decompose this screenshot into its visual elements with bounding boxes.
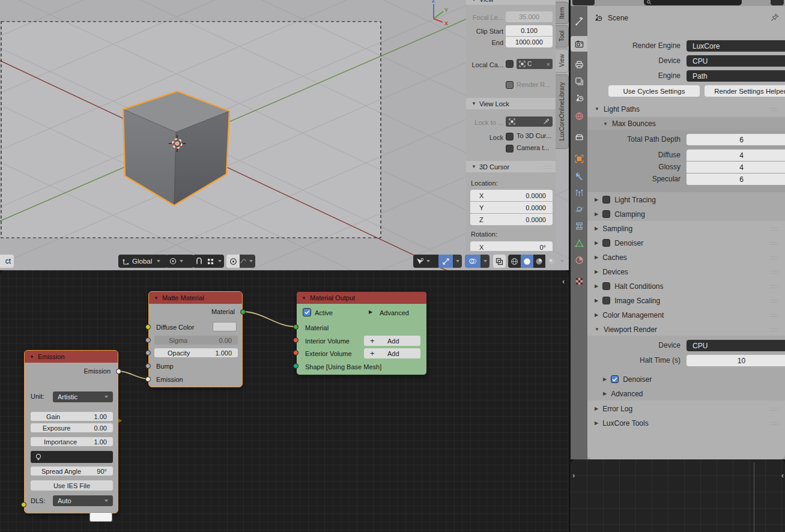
unit-dropdown[interactable]: Artistic — [53, 391, 113, 402]
lock-to-object-field[interactable] — [506, 116, 553, 127]
snap-toggle-button[interactable] — [193, 255, 205, 268]
tab-particles-properties[interactable] — [571, 185, 587, 201]
color-swatch[interactable] — [89, 512, 112, 522]
light-tracing-checkbox[interactable] — [602, 196, 610, 204]
shading-dropdown[interactable] — [558, 255, 566, 268]
node-emission-header[interactable]: ▼ Emission — [25, 351, 118, 363]
pivot-point-dropdown[interactable] — [166, 255, 194, 268]
overlays-toggle[interactable] — [465, 255, 480, 268]
mode-button-partial[interactable]: ct — [0, 255, 14, 268]
socket-color-input[interactable] — [21, 502, 26, 507]
exterior-add-button[interactable]: + Add — [364, 348, 420, 358]
halt-time-field[interactable]: 10 — [686, 355, 785, 366]
denoiser-header[interactable]: ▶ Denoiser :::: — [587, 237, 785, 249]
total-path-depth-field[interactable]: 6 — [686, 134, 785, 145]
opacity-slider[interactable]: Opacity1.000 — [154, 348, 238, 357]
node-emission[interactable]: ▼ Emission Emission Unit: Artistic Gain1… — [24, 350, 118, 513]
node-matte-material[interactable]: ▼ Matte Material Material Diffuse Color … — [148, 291, 243, 387]
sigma-slider[interactable]: Sigma0.00 — [154, 336, 238, 345]
socket-material-output[interactable] — [240, 309, 246, 315]
render-settings-helper-button[interactable]: Render Settings Helper — [705, 85, 785, 97]
render-engine-dropdown[interactable]: LuxCore — [686, 40, 785, 52]
snap-mode-button[interactable] — [205, 255, 216, 268]
tab-tool[interactable]: Tool — [556, 25, 569, 47]
socket-diffuse-input[interactable] — [145, 324, 151, 330]
socket-bump-input[interactable] — [145, 363, 151, 369]
halt-conditions-checkbox[interactable] — [602, 282, 610, 290]
vr-advanced-row[interactable]: ▶ Advanced — [587, 388, 785, 399]
error-log-header[interactable]: ▶ Error Log :::: — [587, 403, 785, 414]
socket-emission-output[interactable] — [116, 369, 121, 374]
viewport-render-header[interactable]: ▼ Viewport Render :::: — [587, 324, 785, 335]
vr-denoiser-checkbox[interactable] — [611, 375, 619, 383]
tab-world-properties[interactable] — [571, 108, 587, 124]
view-panel-header[interactable]: ▼ View :::: — [466, 0, 556, 5]
gizmos-toggle[interactable] — [438, 255, 453, 268]
halt-conditions-header[interactable]: ▶ Halt Conditions :::: — [587, 280, 785, 292]
gizmos-dropdown[interactable] — [453, 255, 462, 268]
lock-to-3d-cursor-checkbox[interactable] — [506, 133, 514, 141]
tab-view[interactable]: View — [556, 49, 569, 73]
region-collapse-icon[interactable]: ‹ — [781, 471, 784, 479]
cursor-panel-header[interactable]: ▼ 3D Cursor :::: — [466, 161, 556, 172]
render-region-checkbox[interactable] — [506, 81, 514, 89]
shading-rendered-button[interactable] — [545, 255, 558, 268]
cursor-location-x-field[interactable]: X0.0000 — [470, 190, 553, 201]
clip-end-field[interactable]: 1000.000 — [506, 37, 553, 47]
sampling-header[interactable]: ▶ Sampling :::: — [587, 223, 785, 234]
eyedropper-icon[interactable] — [543, 118, 550, 125]
image-scaling-header[interactable]: ▶ Image Scaling :::: — [587, 295, 785, 306]
cursor-location-z-field[interactable]: Z0.0000 — [470, 214, 553, 225]
visibility-dropdown[interactable] — [413, 255, 440, 268]
local-camera-object-field[interactable]: C × — [517, 59, 553, 69]
cursor-rotation-x-field[interactable]: X0° — [470, 241, 553, 251]
pin-icon[interactable] — [771, 13, 779, 22]
overlays-dropdown[interactable] — [480, 255, 489, 268]
local-camera-checkbox[interactable] — [506, 60, 514, 68]
spread-angle-slider[interactable]: Spread Angle90° — [31, 467, 113, 476]
tab-object-properties[interactable] — [571, 151, 587, 166]
clamping-checkbox[interactable] — [602, 210, 610, 218]
light-group-field[interactable] — [31, 451, 113, 463]
socket-shape-input[interactable] — [293, 363, 299, 369]
region-collapse-icon[interactable]: ‹ — [562, 277, 565, 285]
search-input[interactable] — [644, 0, 742, 5]
use-ies-file-button[interactable]: Use IES File — [31, 480, 113, 491]
importance-slider[interactable]: Importance1.00 — [31, 437, 113, 446]
light-paths-header[interactable]: ▼ Light Paths :::: — [587, 103, 785, 115]
editor-type-button[interactable] — [572, 0, 595, 5]
node-output-header[interactable]: ▼ Material Output — [297, 292, 426, 304]
shading-solid-button[interactable] — [521, 255, 533, 268]
tab-luxcoreonlinelibrary[interactable]: LuxCoreOnlineLibrary — [556, 74, 569, 149]
tab-physics-properties[interactable] — [571, 201, 587, 217]
tab-tool-properties[interactable] — [571, 13, 587, 29]
cursor-location-y-field[interactable]: Y0.0000 — [470, 202, 553, 213]
proportional-edit-toggle[interactable] — [226, 255, 240, 268]
region-expand-icon[interactable]: › — [572, 471, 575, 479]
image-scaling-checkbox[interactable] — [602, 297, 610, 304]
filter-button[interactable] — [771, 0, 784, 5]
tab-data-properties[interactable] — [571, 235, 587, 251]
interior-add-button[interactable]: + Add — [364, 336, 420, 346]
socket-opacity-input[interactable] — [145, 350, 151, 355]
shading-wireframe-button[interactable] — [508, 255, 521, 268]
engine-dropdown[interactable]: Path — [686, 70, 785, 82]
use-cycles-settings-button[interactable]: Use Cycles Settings — [608, 85, 700, 97]
camera-to-view-checkbox[interactable] — [506, 145, 514, 153]
specular-field[interactable]: 6 — [686, 174, 785, 185]
tab-output-properties[interactable] — [571, 56, 587, 72]
diffuse-field[interactable]: 4 — [686, 150, 785, 161]
diffuse-color-swatch[interactable] — [213, 322, 237, 331]
shading-material-button[interactable] — [533, 255, 546, 268]
breadcrumb[interactable]: Scene — [608, 14, 628, 22]
bottom-right-editor[interactable]: › ‹ — [571, 459, 785, 532]
dls-dropdown[interactable]: Auto — [53, 495, 113, 506]
socket-material-input[interactable] — [293, 324, 299, 330]
caches-header[interactable]: ▶ Caches :::: — [587, 252, 785, 263]
luxcore-tools-header[interactable]: ▶ LuxCore Tools :::: — [587, 417, 785, 429]
clamping-row[interactable]: ▶ Clamping — [587, 208, 785, 220]
glossy-field[interactable]: 4 — [686, 162, 785, 173]
tab-item[interactable]: Item — [556, 2, 569, 24]
clip-start-field[interactable]: 0.100 — [506, 25, 553, 36]
color-management-header[interactable]: ▶ Color Management :::: — [587, 309, 785, 321]
